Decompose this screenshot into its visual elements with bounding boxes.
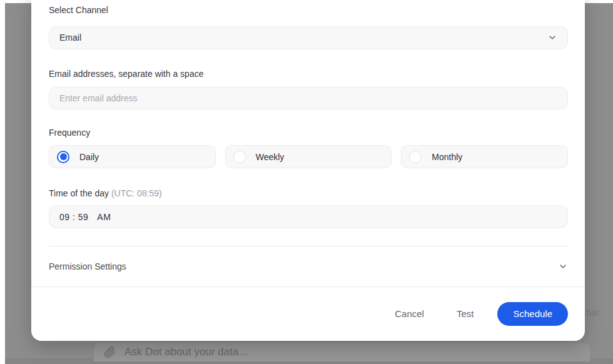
schedule-modal: Select Channel Email Email addresses, se… (31, 0, 585, 341)
channel-label: Select Channel (49, 5, 568, 16)
permission-settings-toggle[interactable]: Permission Settings (49, 246, 568, 286)
frequency-label: Frequency (49, 128, 568, 138)
frequency-option-monthly[interactable]: Monthly (401, 145, 568, 168)
frequency-option-daily[interactable]: Daily (49, 145, 216, 168)
chat-input-placeholder: Ask Dot about your data... (124, 346, 248, 358)
chevron-down-icon (558, 261, 568, 271)
time-label: Time of the day (UTC: 08:59) (49, 188, 568, 199)
time-meridiem: AM (97, 212, 111, 222)
channel-select[interactable]: Email (49, 26, 568, 49)
radio-label: Weekly (256, 152, 285, 162)
channel-select-value: Email (59, 33, 81, 43)
time-utc-hint: (UTC: 08:59) (111, 188, 162, 198)
radio-label: Monthly (432, 152, 462, 162)
time-input[interactable]: 09 : 59 AM (49, 205, 568, 228)
radio-icon (409, 151, 422, 163)
email-label: Email addresses, separate with a space (49, 69, 568, 79)
modal-footer: Cancel Test Schedule (49, 287, 568, 341)
time-value: 09 : 59 (59, 212, 88, 222)
schedule-button[interactable]: Schedule (497, 302, 568, 326)
frequency-options: Daily Weekly Monthly (49, 145, 568, 168)
frequency-option-weekly[interactable]: Weekly (225, 145, 392, 168)
chat-input-bar: Ask Dot about your data... (94, 343, 590, 361)
radio-icon (233, 151, 246, 163)
permission-settings-label: Permission Settings (49, 261, 126, 271)
occluded-background-text: hat (586, 307, 599, 318)
cancel-button[interactable]: Cancel (392, 305, 427, 323)
test-button[interactable]: Test (454, 305, 477, 323)
paperclip-icon (104, 346, 116, 358)
radio-icon (57, 151, 69, 163)
email-input[interactable] (49, 87, 568, 110)
radio-label: Daily (79, 152, 99, 162)
chevron-down-icon (547, 33, 557, 43)
time-label-text: Time of the day (49, 188, 109, 198)
